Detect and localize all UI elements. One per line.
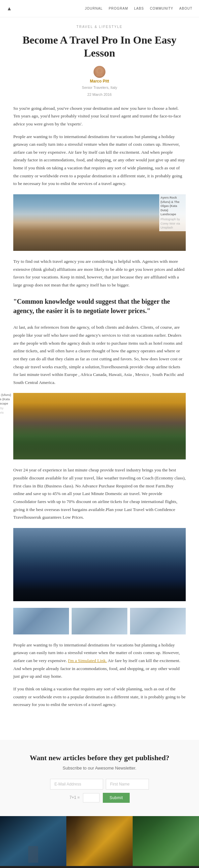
newsletter-subtitle: Subscribe to our Awesome Newsletter.	[3, 765, 196, 772]
newsletter-math-row: 7+1 = Submit	[3, 793, 196, 803]
small-image-1	[13, 608, 69, 634]
email-input[interactable]	[50, 779, 103, 789]
footer-card-1[interactable]: Nailing It On The Head With Free Interne…	[0, 816, 66, 868]
paragraph-4: At last, ask for references from the age…	[13, 323, 186, 386]
article-container: Travel & Lifestyle Become A Travel Pro I…	[7, 17, 192, 726]
simulated-link[interactable]: I'm a Simulated Link.	[68, 658, 107, 663]
newsletter-title: Want new articles before they get publis…	[3, 753, 196, 763]
author-section: Marco Pitt Senior Travelers, Italy 22 Ma…	[13, 66, 186, 98]
name-input[interactable]	[106, 779, 149, 789]
footer-card-1-image	[0, 816, 66, 866]
image-1-caption: Ayers Rock (Uluru) & The Olgas (Kata Dut…	[159, 194, 186, 231]
nav-links: Journal Program Labs Community About	[85, 6, 192, 11]
author-role: Senior Travelers, Italy	[82, 85, 117, 91]
author-name: Marco Pitt	[90, 78, 109, 85]
image-2-title: Ayers Rock (Uluru) & The Olgas (Kata Dut…	[0, 393, 11, 406]
image-2	[13, 393, 186, 460]
image-1-photographer: Photograph by Corey Woir via Unsplash	[161, 217, 185, 230]
article-title: Become A Travel Pro In One Easy Lesson	[13, 34, 186, 59]
nav-journal[interactable]: Journal	[85, 6, 103, 11]
author-date: 22 March 2016	[87, 92, 112, 98]
paragraph-5: Over 24 year of experience in last minut…	[13, 466, 186, 521]
small-images-row	[13, 608, 186, 634]
small-image-3	[130, 608, 186, 634]
image-3-container	[13, 528, 186, 601]
nav-labs[interactable]: Labs	[134, 6, 144, 11]
image-2-caption: Ayers Rock (Uluru) & The Olgas (Kata Dut…	[0, 393, 11, 419]
svg-point-0	[97, 69, 102, 73]
footer-card-3-body: Big Savings On Gas While You Travel	[133, 866, 199, 868]
blockquote-text: "Common knowledge would suggest that the…	[13, 297, 186, 315]
image-2-container: Ayers Rock (Uluru) & The Olgas (Kata Dut…	[13, 393, 186, 460]
article-body: So you're going abroad, you've chosen yo…	[13, 104, 186, 709]
paragraph-3: Try to find out which travel agency you …	[13, 257, 186, 289]
author-avatar	[93, 66, 106, 78]
newsletter-submit-button[interactable]: Submit	[103, 793, 129, 803]
newsletter-section: Want new articles before they get publis…	[0, 740, 199, 816]
svg-point-1	[96, 73, 103, 76]
nav-about[interactable]: About	[180, 6, 192, 11]
nav-logo[interactable]: ▲	[7, 4, 12, 13]
paragraph-1: So you're going abroad, you've chosen yo…	[13, 104, 186, 128]
footer-card-3-image	[133, 816, 199, 866]
footer-cards: Nailing It On The Head With Free Interne…	[0, 816, 199, 868]
footer-card-2[interactable]: Believing Is The Absence Of Doubt	[66, 816, 133, 868]
footer-card-1-body: Nailing It On The Head With Free Interne…	[0, 866, 66, 868]
image-1-container: Ayers Rock (Uluru) & The Olgas (Kata Dut…	[13, 194, 186, 251]
footer-card-2-body: Believing Is The Absence Of Doubt	[66, 866, 133, 868]
nav-program[interactable]: Program	[109, 6, 128, 11]
newsletter-form	[3, 779, 196, 789]
navigation: ▲ Journal Program Labs Community About	[0, 0, 199, 17]
image-2-photographer: Photograph by Corey Woir via Unsplash	[0, 406, 11, 419]
math-answer-input[interactable]	[83, 793, 100, 802]
article-category: Travel & Lifestyle	[13, 24, 186, 30]
image-3	[13, 528, 186, 601]
blockquote: "Common knowledge would suggest that the…	[13, 297, 186, 315]
newsletter-math-label: 7+1 =	[69, 794, 80, 801]
footer-card-3[interactable]: Big Savings On Gas While You Travel	[133, 816, 199, 868]
paragraph-2: People are wanting to fly to internation…	[13, 133, 186, 188]
logo-icon: ▲	[7, 6, 12, 11]
nav-community[interactable]: Community	[150, 6, 173, 11]
small-image-2	[72, 608, 127, 634]
footer-card-2-image	[66, 816, 133, 866]
image-1-title: Ayers Rock (Uluru) & The Olgas (Kata Dut…	[161, 196, 185, 217]
paragraph-6: People are wanting to fly to internation…	[13, 641, 186, 680]
paragraph-7: If you think on taking a vacation that r…	[13, 685, 186, 709]
